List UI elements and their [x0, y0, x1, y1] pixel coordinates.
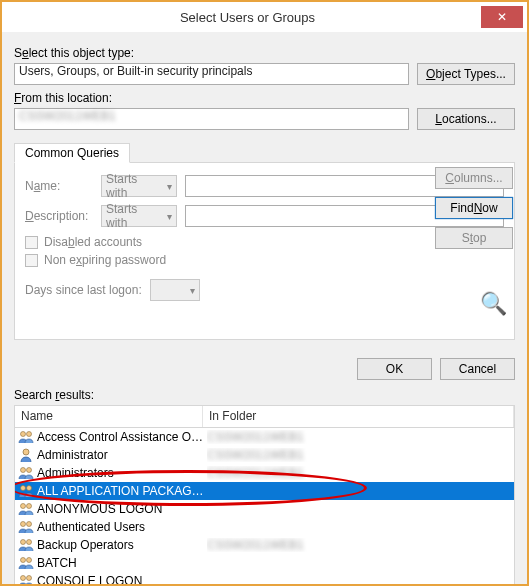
- col-folder-header[interactable]: In Folder: [203, 406, 514, 427]
- row-folder: CSSW2011WEB1: [207, 466, 511, 480]
- close-icon: ✕: [497, 10, 507, 24]
- group-icon: [18, 555, 34, 571]
- group-icon: [18, 429, 34, 445]
- location-label: From this location:: [14, 91, 515, 105]
- object-type-field[interactable]: Users, Groups, or Built-in security prin…: [14, 63, 409, 85]
- last-logon-select[interactable]: [150, 279, 200, 301]
- svg-point-4: [27, 468, 32, 473]
- row-name: Administrator: [37, 448, 207, 462]
- svg-point-6: [27, 486, 32, 491]
- ok-button[interactable]: OK: [357, 358, 432, 380]
- group-icon: [18, 537, 34, 553]
- svg-point-9: [21, 522, 26, 527]
- name-mode-select[interactable]: Starts with: [101, 175, 177, 197]
- side-buttons: Columns... Find Now Stop: [435, 167, 513, 249]
- checkbox-icon: [25, 236, 38, 249]
- window-title: Select Users or Groups: [14, 10, 481, 25]
- disabled-accounts-checkbox[interactable]: Disabled accounts: [25, 235, 504, 249]
- svg-point-8: [27, 504, 32, 509]
- svg-point-15: [21, 576, 26, 581]
- search-icon: 🔍: [480, 291, 507, 317]
- svg-point-11: [21, 540, 26, 545]
- row-name: BATCH: [37, 556, 207, 570]
- find-now-button[interactable]: Find Now: [435, 197, 513, 219]
- row-name: Administrators: [37, 466, 207, 480]
- table-row[interactable]: ALL APPLICATION PACKAGES: [15, 482, 514, 500]
- table-row[interactable]: Backup OperatorsCSSW2011WEB1: [15, 536, 514, 554]
- svg-point-2: [23, 449, 29, 455]
- svg-point-12: [27, 540, 32, 545]
- columns-button[interactable]: Columns...: [435, 167, 513, 189]
- results-header: Name In Folder: [14, 405, 515, 427]
- svg-point-5: [21, 486, 26, 491]
- row-name: ANONYMOUS LOGON: [37, 502, 207, 516]
- locations-button[interactable]: Locations...: [417, 108, 515, 130]
- search-results-label: Search results:: [14, 388, 515, 402]
- location-field[interactable]: CSSW2011WEB1: [14, 108, 409, 130]
- group-icon: [18, 501, 34, 517]
- tab-common-queries[interactable]: Common Queries: [14, 143, 130, 163]
- svg-point-10: [27, 522, 32, 527]
- table-row[interactable]: CONSOLE LOGON: [15, 572, 514, 586]
- name-label: Name:: [25, 179, 93, 193]
- non-expiring-checkbox[interactable]: Non expiring password: [25, 253, 504, 267]
- close-button[interactable]: ✕: [481, 6, 523, 28]
- table-row[interactable]: ANONYMOUS LOGON: [15, 500, 514, 518]
- svg-point-0: [21, 432, 26, 437]
- svg-point-14: [27, 558, 32, 563]
- row-name: Authenticated Users: [37, 520, 207, 534]
- table-row[interactable]: AdministratorCSSW2011WEB1: [15, 446, 514, 464]
- svg-point-13: [21, 558, 26, 563]
- desc-label: Description:: [25, 209, 93, 223]
- dialog-content: Select this object type: Users, Groups, …: [2, 32, 527, 584]
- group-icon: [18, 465, 34, 481]
- table-row[interactable]: Authenticated Users: [15, 518, 514, 536]
- group-icon: [18, 573, 34, 586]
- row-name: Access Control Assistance Opera...: [37, 430, 207, 444]
- cancel-button[interactable]: Cancel: [440, 358, 515, 380]
- table-row[interactable]: AdministratorsCSSW2011WEB1: [15, 464, 514, 482]
- user-icon: [18, 447, 34, 463]
- row-folder: CSSW2011WEB1: [207, 448, 511, 462]
- svg-point-1: [27, 432, 32, 437]
- row-folder: CSSW2011WEB1: [207, 538, 511, 552]
- svg-point-7: [21, 504, 26, 509]
- desc-mode-select[interactable]: Starts with: [101, 205, 177, 227]
- action-row: OK Cancel: [14, 358, 515, 380]
- object-types-button[interactable]: Object Types...: [417, 63, 515, 85]
- last-logon-label: Days since last logon:: [25, 283, 142, 297]
- table-row[interactable]: BATCH: [15, 554, 514, 572]
- row-name: CONSOLE LOGON: [37, 574, 207, 586]
- object-type-label: Select this object type:: [14, 46, 515, 60]
- title-bar: Select Users or Groups ✕: [2, 2, 527, 32]
- checkbox-icon: [25, 254, 38, 267]
- row-name: ALL APPLICATION PACKAGES: [37, 484, 207, 498]
- row-folder: CSSW2011WEB1: [207, 430, 511, 444]
- group-icon: [18, 519, 34, 535]
- results-grid[interactable]: Access Control Assistance Opera...CSSW20…: [14, 427, 515, 586]
- svg-point-16: [27, 576, 32, 581]
- col-name-header[interactable]: Name: [15, 406, 203, 427]
- group-icon: [18, 483, 34, 499]
- table-row[interactable]: Access Control Assistance Opera...CSSW20…: [15, 428, 514, 446]
- stop-button[interactable]: Stop: [435, 227, 513, 249]
- svg-point-3: [21, 468, 26, 473]
- row-name: Backup Operators: [37, 538, 207, 552]
